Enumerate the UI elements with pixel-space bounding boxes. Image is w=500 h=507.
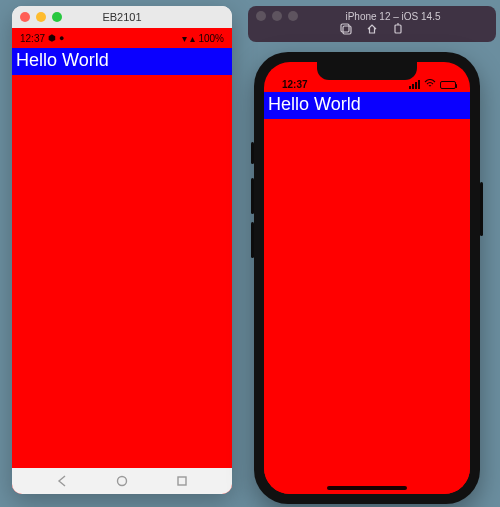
- hello-text-bar: Hello World: [264, 92, 470, 119]
- svg-point-0: [118, 477, 127, 486]
- wifi-icon: ▾: [182, 33, 187, 44]
- side-button[interactable]: [480, 182, 483, 236]
- home-indicator[interactable]: [327, 486, 407, 490]
- svg-rect-1: [178, 477, 186, 485]
- recents-icon[interactable]: [176, 475, 188, 487]
- signal-icon: [409, 80, 420, 89]
- android-nav-bar: [12, 468, 232, 494]
- screenshot-icon[interactable]: [340, 23, 352, 38]
- home-icon[interactable]: [116, 475, 128, 487]
- hello-text: Hello World: [16, 50, 109, 70]
- mac-titlebar[interactable]: EB2101: [12, 6, 232, 28]
- status-time: 12:37: [20, 33, 45, 44]
- traffic-lights: [20, 12, 62, 22]
- volume-up-button[interactable]: [251, 178, 254, 214]
- app-body: [264, 119, 470, 494]
- simulator-toolbar: [340, 23, 404, 38]
- app-body: [12, 75, 232, 468]
- battery-text: 100%: [198, 33, 224, 44]
- close-icon[interactable]: [256, 11, 266, 21]
- status-right: [409, 79, 456, 90]
- iphone-screen: 12:37 Hello World: [264, 62, 470, 494]
- debug-icon: ⬢: [48, 33, 56, 43]
- android-status-bar: 12:37 ⬢ ● ▾ ▴ 100%: [12, 28, 232, 48]
- back-icon[interactable]: [56, 475, 68, 487]
- android-emulator-window: EB2101 12:37 ⬢ ● ▾ ▴ 100% Hello World: [12, 6, 232, 494]
- android-device-screen: 12:37 ⬢ ● ▾ ▴ 100% Hello World: [12, 28, 232, 494]
- ios-simulator-titlebar[interactable]: iPhone 12 – iOS 14.5: [248, 6, 496, 42]
- wifi-icon: [424, 79, 436, 90]
- status-right: ▾ ▴ 100%: [182, 33, 224, 44]
- home-icon[interactable]: [366, 23, 378, 38]
- hello-text-bar: Hello World: [12, 48, 232, 75]
- minimize-icon[interactable]: [36, 12, 46, 22]
- volume-down-button[interactable]: [251, 222, 254, 258]
- zoom-icon[interactable]: [288, 11, 298, 21]
- battery-icon: [440, 81, 456, 89]
- svg-rect-2: [341, 24, 349, 32]
- close-icon[interactable]: [20, 12, 30, 22]
- rotate-icon[interactable]: [392, 23, 404, 38]
- hello-text: Hello World: [268, 94, 361, 114]
- notch: [317, 62, 417, 80]
- traffic-lights: [256, 11, 298, 21]
- mute-switch[interactable]: [251, 142, 254, 164]
- svg-rect-4: [395, 25, 401, 33]
- status-left: 12:37 ⬢ ●: [20, 33, 64, 44]
- window-title: iPhone 12 – iOS 14.5: [298, 11, 488, 22]
- zoom-icon[interactable]: [52, 12, 62, 22]
- signal-icon: ▴: [190, 33, 195, 44]
- status-time: 12:37: [282, 79, 308, 90]
- minimize-icon[interactable]: [272, 11, 282, 21]
- notification-icon: ●: [59, 33, 64, 43]
- svg-rect-3: [343, 26, 351, 34]
- iphone-device-frame: 12:37 Hello World: [254, 52, 480, 504]
